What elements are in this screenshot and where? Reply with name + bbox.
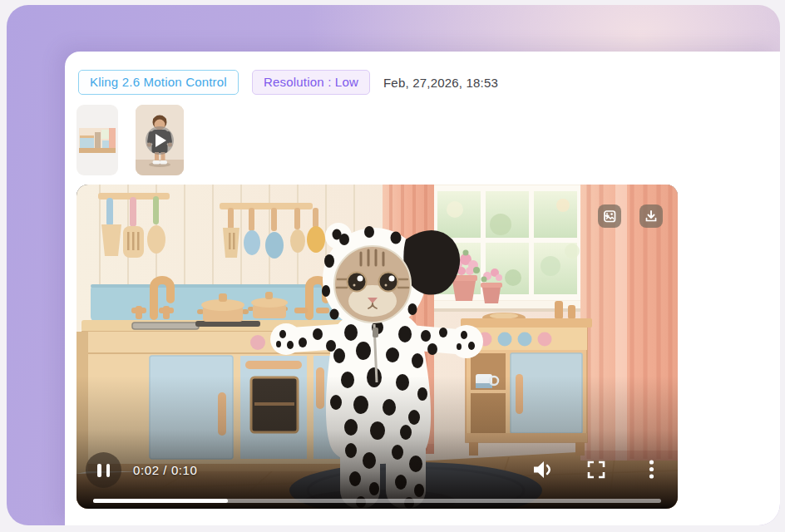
reference-image-thumbnail[interactable] [77, 105, 118, 175]
mini-kitchen-illustration [79, 128, 116, 153]
pause-icon [97, 464, 101, 477]
export-frame-icon [602, 209, 617, 224]
model-badge[interactable]: Kling 2.6 Motion Control [78, 70, 239, 95]
more-options-icon [649, 460, 654, 479]
timestamp: Feb, 27,2026, 18:53 [383, 76, 498, 90]
more-options-button[interactable] [649, 460, 654, 479]
fullscreen-button[interactable] [587, 461, 605, 479]
download-icon [644, 209, 659, 224]
progress-fill [93, 499, 228, 504]
resolution-badge[interactable]: Resolution : Low [252, 70, 370, 95]
volume-button[interactable] [531, 459, 554, 480]
page: Kling 2.6 Motion Control Resolution : Lo… [0, 0, 785, 532]
generation-card: Kling 2.6 Motion Control Resolution : Lo… [65, 52, 780, 525]
video-player[interactable]: 0:02 / 0:10 [77, 185, 678, 509]
pause-button[interactable] [86, 452, 121, 488]
play-icon[interactable] [146, 126, 174, 155]
time-display: 0:02 / 0:10 [133, 463, 198, 477]
toy-cabinet-right [461, 301, 592, 456]
download-button[interactable] [639, 204, 663, 228]
reference-thumbnails [77, 105, 184, 175]
export-frame-button[interactable] [598, 204, 621, 228]
video-top-buttons [598, 204, 663, 228]
volume-icon [531, 459, 554, 480]
background-panel: Kling 2.6 Motion Control Resolution : Lo… [7, 5, 780, 525]
reference-video-thumbnail[interactable] [136, 105, 184, 175]
meta-row: Kling 2.6 Motion Control Resolution : Lo… [78, 70, 498, 95]
fullscreen-icon [587, 461, 605, 479]
progress-bar[interactable] [93, 499, 661, 504]
